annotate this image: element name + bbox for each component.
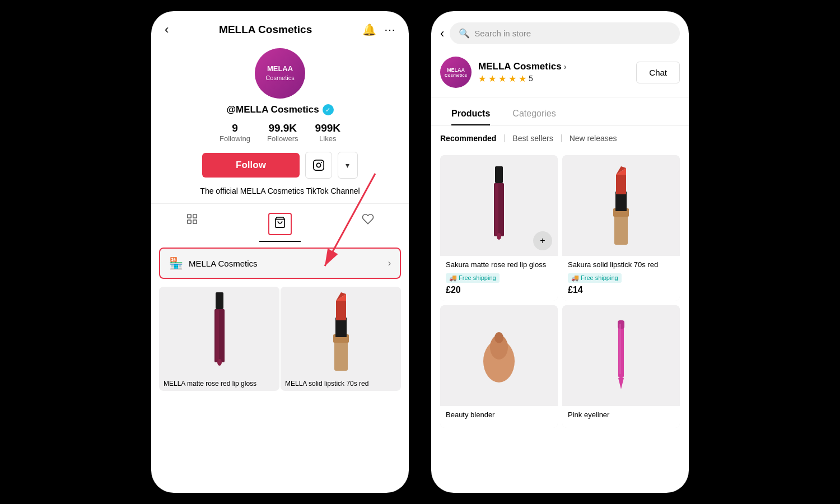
shop-product-price-1: £14 xyxy=(568,285,674,295)
tab-products[interactable]: Products xyxy=(440,102,501,125)
svg-rect-36 xyxy=(619,324,621,374)
stat-likes[interactable]: 999K Likes xyxy=(315,122,340,143)
shop-product-name-1: Sakura solid lipstick 70s red xyxy=(568,260,674,270)
svg-rect-5 xyxy=(188,220,191,223)
svg-rect-3 xyxy=(188,214,191,218)
svg-point-2 xyxy=(321,162,322,163)
svg-rect-24 xyxy=(614,214,628,245)
shop-tabs: Products Categories xyxy=(431,102,689,126)
shop-info-text: MELLA Cosmetics › ★ ★ ★ ★ ★ 5 xyxy=(478,61,629,84)
grid-tab[interactable] xyxy=(177,209,207,242)
shop-back-button[interactable]: ‹ xyxy=(440,26,444,41)
product-card-0[interactable]: MELLA matte rose red lip gloss xyxy=(159,287,279,391)
shop-product-name-3: Pink eyeliner xyxy=(568,410,674,420)
bio: The official MELLA Cosmetics TikTok Chan… xyxy=(200,186,360,195)
subtab-divider-2 xyxy=(561,134,562,142)
svg-point-23 xyxy=(497,233,501,240)
following-label: Following xyxy=(220,134,250,143)
rating-text: 5 xyxy=(529,74,533,83)
star-3: ★ xyxy=(498,73,506,84)
username-row: @MELLA Cosmetics ✓ xyxy=(226,104,333,115)
shop-product-img-2 xyxy=(440,305,558,406)
stat-following[interactable]: 9 Following xyxy=(220,122,250,143)
svg-rect-8 xyxy=(216,292,223,309)
svg-rect-26 xyxy=(615,192,627,211)
shop-divider xyxy=(431,97,689,97)
right-phone: ‹ 🔍 Search in store MELAA Cosmetics MELL… xyxy=(431,11,689,493)
subtab-divider-1 xyxy=(504,134,505,142)
back-button[interactable]: ‹ xyxy=(165,22,169,37)
shop-product-img-0: + xyxy=(440,155,558,256)
shop-store-info: MELAA Cosmetics MELLA Cosmetics › ★ ★ ★ … xyxy=(431,51,689,92)
subtab-newreleases[interactable]: New releases xyxy=(570,132,617,145)
shop-store-name[interactable]: MELLA Cosmetics › xyxy=(478,61,629,72)
star-row: ★ ★ ★ ★ ★ 5 xyxy=(478,73,629,84)
shop-avatar: MELAA Cosmetics xyxy=(440,57,472,88)
star-2: ★ xyxy=(488,73,496,84)
shop-product-grid: + Sakura matte rose red lip gloss 🚚 Free… xyxy=(431,151,689,432)
shop-product-img-1 xyxy=(562,155,680,256)
profile-tabs xyxy=(151,203,409,242)
product-label-1: MELLA solid lipstick 70s red xyxy=(281,376,401,391)
action-row: Follow ▾ xyxy=(202,152,358,179)
chat-button[interactable]: Chat xyxy=(636,62,680,83)
likes-tab[interactable] xyxy=(353,209,383,242)
svg-rect-6 xyxy=(193,220,197,223)
svg-rect-12 xyxy=(334,340,348,371)
svg-rect-15 xyxy=(336,301,346,320)
star-5: ★ xyxy=(519,73,526,84)
star-4: ★ xyxy=(508,73,516,84)
stats-row: 9 Following 99.9K Followers 999K Likes xyxy=(220,122,340,143)
star-1: ★ xyxy=(478,73,486,84)
search-icon: 🔍 xyxy=(459,28,470,39)
truck-icon-0: 🚚 xyxy=(449,274,457,282)
shop-product-card-0[interactable]: + Sakura matte rose red lip gloss 🚚 Free… xyxy=(440,155,558,301)
product-image-1 xyxy=(281,287,401,376)
free-shipping-badge-0: 🚚 Free shipping xyxy=(446,273,500,283)
subtab-bestsellers[interactable]: Best sellers xyxy=(512,132,553,145)
shop-tab[interactable] xyxy=(259,209,301,242)
store-chevron-icon: › xyxy=(564,62,567,71)
left-phone: ‹ MELLA Cosmetics 🔔 ⋯ MELAA Cosmetics @M… xyxy=(151,11,409,493)
followers-label: Followers xyxy=(267,134,298,143)
shop-product-info-1: Sakura solid lipstick 70s red 🚚 Free shi… xyxy=(562,256,680,301)
followers-count: 99.9K xyxy=(268,122,297,134)
follow-button[interactable]: Follow xyxy=(202,153,300,178)
sub-tabs: Recommended Best sellers New releases xyxy=(431,126,689,151)
following-count: 9 xyxy=(232,122,238,134)
subtab-recommended[interactable]: Recommended xyxy=(440,132,496,145)
svg-rect-0 xyxy=(314,160,324,170)
product-image-0 xyxy=(159,287,279,376)
bell-icon[interactable]: 🔔 xyxy=(362,23,376,36)
product-card-1[interactable]: MELLA solid lipstick 70s red xyxy=(281,287,401,391)
shop-product-name-0: Sakura matte rose red lip gloss xyxy=(446,260,552,270)
dropdown-button[interactable]: ▾ xyxy=(338,152,358,179)
shop-product-name-2: Beauty blender xyxy=(446,410,552,420)
search-bar[interactable]: 🔍 Search in store xyxy=(450,22,680,44)
add-to-cart-btn-0[interactable]: + xyxy=(533,231,552,250)
shop-product-card-3[interactable]: Pink eyeliner xyxy=(562,305,680,428)
free-shipping-badge-1: 🚚 Free shipping xyxy=(568,273,622,283)
store-name: MELLA Cosmetics xyxy=(189,259,258,268)
svg-rect-22 xyxy=(495,184,498,235)
shop-product-info-3: Pink eyeliner xyxy=(562,406,680,428)
shop-product-card-1[interactable]: Sakura solid lipstick 70s red 🚚 Free shi… xyxy=(562,155,680,301)
shop-product-card-2[interactable]: Beauty blender xyxy=(440,305,558,428)
stat-followers[interactable]: 99.9K Followers xyxy=(267,122,298,143)
profile-section: MELAA Cosmetics @MELLA Cosmetics ✓ 9 Fol… xyxy=(151,43,409,203)
product-grid: MELLA matte rose red lip gloss xyxy=(159,287,401,391)
svg-rect-14 xyxy=(335,318,347,337)
store-banner[interactable]: 🏪 MELLA Cosmetics › xyxy=(159,248,401,279)
tab-categories[interactable]: Categories xyxy=(501,102,567,125)
avatar: MELAA Cosmetics xyxy=(255,48,305,99)
svg-rect-10 xyxy=(216,310,219,361)
svg-rect-20 xyxy=(495,166,503,183)
shop-product-price-0: £20 xyxy=(446,285,552,295)
shop-product-img-3 xyxy=(562,305,680,406)
shop-header: ‹ 🔍 Search in store xyxy=(431,11,689,51)
tiktok-header: ‹ MELLA Cosmetics 🔔 ⋯ xyxy=(151,11,409,43)
instagram-button[interactable] xyxy=(305,152,332,179)
username: @MELLA Cosmetics xyxy=(226,104,319,115)
more-icon[interactable]: ⋯ xyxy=(384,23,395,36)
svg-point-1 xyxy=(316,163,320,167)
